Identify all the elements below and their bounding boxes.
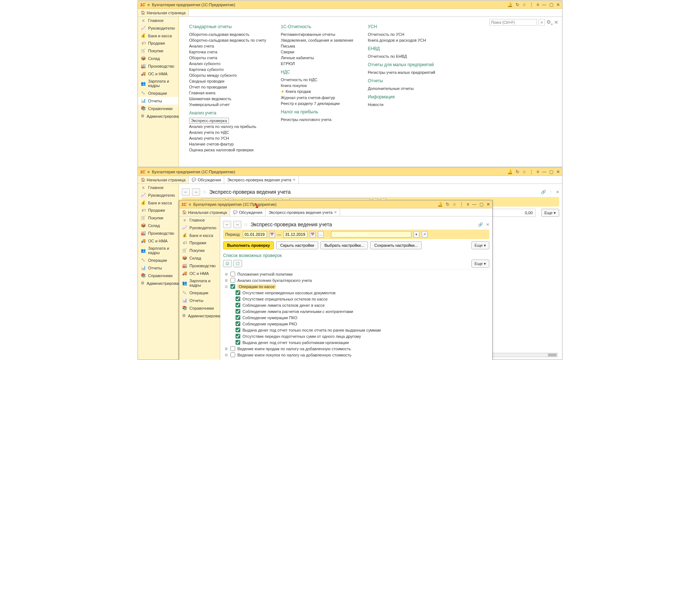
report-link[interactable]: Письма	[281, 43, 353, 49]
date-to-input[interactable]	[283, 231, 308, 238]
hide-settings-button[interactable]: Скрыть настройки	[276, 241, 318, 249]
report-link[interactable]: Анализ учета по налогу на прибыль	[189, 124, 266, 129]
org-dropdown-button[interactable]: ▾	[414, 231, 419, 238]
maximize-icon[interactable]: ▢	[549, 169, 553, 174]
sidebar-item[interactable]: 📊Отчеты	[138, 97, 178, 105]
report-link[interactable]: Универсальный отчет	[189, 102, 266, 107]
expand-icon[interactable]: ⊞	[225, 353, 228, 357]
report-link[interactable]: Регламентированные отчеты	[281, 31, 353, 37]
run-check-button[interactable]: Выполнить проверку	[223, 241, 274, 249]
settings-icon[interactable]: ⋮	[529, 169, 534, 174]
report-link[interactable]: Уведомления, сообщения и заявления	[281, 37, 353, 43]
check-checkbox[interactable]	[236, 309, 240, 314]
tab[interactable]: 💬Обсуждения	[189, 176, 224, 184]
minimize-icon[interactable]: —	[542, 2, 546, 7]
check-checkbox[interactable]	[236, 315, 240, 320]
check-checkbox[interactable]	[230, 278, 235, 283]
sidebar-item[interactable]: 📊Отчеты	[179, 297, 220, 304]
org-input[interactable]	[331, 231, 411, 238]
sidebar-item[interactable]: ⚙Администрирование	[179, 312, 220, 320]
calendar-icon[interactable]: 📅	[269, 231, 275, 238]
check-checkbox[interactable]	[236, 297, 240, 301]
tab[interactable]: 💬Обсуждения	[230, 208, 266, 216]
tab[interactable]: Экспресс-проверка ведения учета✕	[224, 176, 299, 184]
more-icon[interactable]: ⋮	[549, 190, 553, 195]
period-ellipsis-button[interactable]: …	[318, 231, 324, 238]
check-row[interactable]: Выдача денег под отчет только работникам…	[223, 339, 489, 345]
check-row[interactable]: Соблюдение лимита расчетов наличными с к…	[223, 308, 489, 314]
sidebar-item[interactable]: 💰Банк и касса	[179, 231, 220, 239]
report-link[interactable]: Экспресс-проверка	[189, 118, 229, 124]
calendar-icon[interactable]: 📅	[310, 231, 316, 238]
check-row[interactable]: Соблюдение лимита остатков денег в кассе	[223, 302, 489, 308]
check-all-button[interactable]: ☑	[223, 260, 232, 267]
check-row[interactable]: ⊞Положения учетной политики	[223, 271, 489, 277]
search-input[interactable]	[489, 19, 537, 26]
report-link[interactable]: Анализ субконто	[189, 61, 266, 67]
history-icon[interactable]: ↻	[516, 2, 519, 7]
bell-icon[interactable]: 🔔	[437, 202, 443, 207]
save-settings-button[interactable]: Сохранить настройки...	[370, 241, 422, 249]
sidebar-item[interactable]: 📚Справочники	[179, 304, 220, 312]
favorite-icon[interactable]: ☆	[244, 222, 248, 227]
report-link[interactable]: Регистры учета малых предприятий	[368, 69, 435, 75]
tab[interactable]: Экспресс-проверка ведения учета✕	[266, 208, 340, 216]
sidebar-item[interactable]: ≡Главное	[138, 184, 178, 191]
report-link[interactable]: Обороты счета	[189, 55, 266, 61]
report-link[interactable]: Отчетность по УСН	[368, 31, 435, 37]
sidebar-item[interactable]: 📦Склад	[138, 222, 178, 229]
report-link[interactable]: Отчетность по ЕНВД	[368, 53, 435, 59]
sidebar-item[interactable]: 📈Руководителю	[138, 191, 178, 199]
check-checkbox[interactable]	[236, 321, 240, 326]
report-link[interactable]: Сводные проводки	[189, 78, 266, 84]
sidebar-item[interactable]: 👥Зарплата и кадры	[179, 277, 220, 289]
filter-icon[interactable]: ≡	[537, 2, 539, 7]
sidebar-item[interactable]: 💰Банк и касса	[138, 199, 178, 207]
sidebar-item[interactable]: ᴬₖОперации	[138, 89, 178, 97]
sidebar-item[interactable]: 📈Руководителю	[138, 24, 178, 32]
check-checkbox[interactable]	[236, 328, 240, 332]
tab-close-icon[interactable]: ✕	[293, 178, 296, 182]
search-clear-button[interactable]: ✕	[538, 19, 545, 26]
report-link[interactable]: Реестр к разделу 7 декларации	[281, 101, 353, 106]
link-icon[interactable]: 🔗	[478, 222, 483, 227]
check-checkbox[interactable]	[230, 346, 235, 351]
gear-icon[interactable]: ⚙▾	[546, 19, 553, 26]
check-checkbox[interactable]	[236, 290, 240, 295]
sidebar-item[interactable]: 🏭Производство	[138, 62, 178, 70]
report-link[interactable]: Карточка субконто	[189, 67, 266, 72]
star-icon[interactable]: ☆	[522, 169, 526, 174]
check-checkbox[interactable]	[230, 284, 235, 289]
report-link[interactable]: Личные кабинеты	[281, 55, 353, 61]
report-link[interactable]: Отчетность по НДС	[281, 77, 353, 83]
report-link[interactable]: Книга доходов и расходов УСН	[368, 37, 435, 43]
check-checkbox[interactable]	[230, 352, 235, 357]
expand-icon[interactable]: ⊟	[225, 285, 228, 288]
report-link[interactable]: Книга продаж	[276, 88, 353, 95]
maximize-icon[interactable]: ▢	[549, 2, 553, 7]
expand-icon[interactable]: ⊞	[225, 279, 228, 282]
bell-icon[interactable]: 🔔	[507, 169, 513, 174]
check-row[interactable]: ⊞Анализ состояния бухгалтерского учета	[223, 277, 489, 283]
check-row[interactable]: ⊞Ведение книги продаж по налогу на добав…	[223, 345, 489, 352]
tab[interactable]: 🏠Начальная страница	[138, 176, 189, 184]
sidebar-item[interactable]: ≡Главное	[179, 216, 220, 224]
more-button[interactable]: Еще▾	[471, 241, 489, 249]
expand-icon[interactable]: ⊞	[225, 347, 228, 351]
sidebar-item[interactable]: 🛒Покупки	[138, 214, 178, 222]
sidebar-item[interactable]: 📚Справочники	[138, 272, 178, 279]
report-link[interactable]: Шахматная ведомость	[189, 96, 266, 102]
close-icon[interactable]: ✕	[486, 222, 489, 227]
star-icon[interactable]: ☆	[522, 2, 526, 7]
close-icon[interactable]: ✕	[556, 169, 560, 174]
report-link[interactable]: ЕГРЮЛ	[281, 61, 353, 67]
menu-icon[interactable]: ≡	[189, 202, 191, 207]
sidebar-item[interactable]: 🛒Покупки	[138, 47, 178, 54]
sidebar-item[interactable]: 🏭Производство	[179, 262, 220, 269]
report-link[interactable]: Журнал учета счетов-фактур	[281, 95, 353, 101]
more-button[interactable]: Еще▾	[541, 209, 559, 217]
sidebar-item[interactable]: 📚Справочники	[138, 105, 178, 112]
report-link[interactable]: Дополнительные отчеты	[368, 86, 435, 91]
maximize-icon[interactable]: ▢	[479, 202, 483, 207]
nav-forward-button[interactable]: →	[233, 221, 241, 228]
